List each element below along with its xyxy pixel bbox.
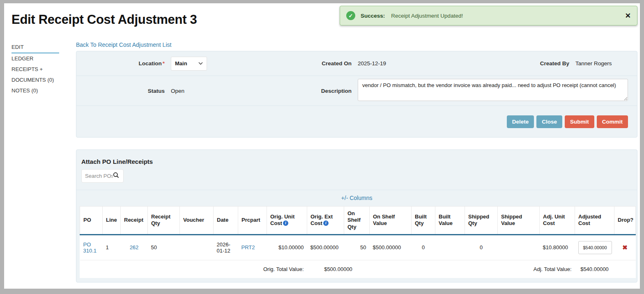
attach-po-panel: Attach PO Line/Receipts +/- Columns: [76, 149, 637, 283]
on-shelf-qty-cell: 50: [344, 234, 370, 260]
created-on-label: Created On: [300, 60, 352, 67]
col-header-shipped-value: Shipped Value: [498, 207, 540, 235]
po-receipts-table: PO Line Receipt Receipt Qty Voucher Date…: [80, 206, 636, 278]
col-header-orig-ext-cost: Orig. Ext Costi: [307, 207, 344, 235]
location-label: Location*: [76, 60, 165, 67]
po-link[interactable]: PO 310.1: [83, 241, 97, 254]
built-value-cell: [435, 234, 465, 260]
drop-cell: ✖: [614, 234, 636, 260]
voucher-cell: [180, 234, 214, 260]
info-icon[interactable]: i: [283, 220, 288, 226]
prcpart-link[interactable]: PRT2: [242, 244, 255, 250]
receipt-link[interactable]: 262: [130, 244, 139, 250]
created-on-value: 2025-12-19: [352, 60, 532, 67]
description-textarea[interactable]: vendor / PO mismatch, but the vendor inv…: [358, 79, 628, 101]
check-circle-icon: ✓: [346, 11, 355, 20]
status-label: Status: [76, 88, 165, 94]
col-header-built-qty: Built Qty: [412, 207, 435, 235]
orig-total-label: Orig. Total Value:: [214, 260, 307, 278]
col-header-po: PO: [80, 207, 103, 235]
alert-message: Receipt Adjustment Updated!: [391, 13, 463, 19]
table-row: PO 310.1 1 262 50 2026-01-12 PRT2 $10.00…: [80, 234, 636, 260]
close-button[interactable]: Close: [536, 115, 562, 128]
built-qty-cell: 0: [412, 234, 435, 260]
col-header-on-shelf-qty: On Shelf Qty: [344, 207, 370, 235]
drop-row-icon[interactable]: ✖: [622, 244, 628, 251]
commit-button[interactable]: Commit: [597, 115, 628, 128]
col-header-on-shelf-value: On Shelf Value: [370, 207, 412, 235]
line-cell: 1: [103, 234, 121, 260]
po-cell: PO 310.1: [80, 234, 103, 260]
col-header-orig-unit-cost: Orig. Unit Costi: [267, 207, 307, 235]
sidebar-item-edit[interactable]: EDIT: [12, 42, 59, 53]
sidebar-item-notes[interactable]: NOTES (0): [12, 85, 59, 96]
adj-total-label: Adj. Total Value:: [498, 260, 575, 278]
sidebar: EDIT LEDGER RECEIPTS + DOCUMENTS (0) NOT…: [12, 41, 76, 283]
info-icon[interactable]: i: [323, 220, 329, 226]
app-window: Edit Receipt Cost Adjustment 3 ✓ Success…: [4, 3, 640, 289]
shipped-qty-cell: 0: [465, 234, 498, 260]
col-header-drop: Drop?: [614, 207, 636, 235]
submit-button[interactable]: Submit: [565, 115, 594, 128]
date-cell: 2026-01-12: [214, 234, 238, 260]
adj-unit-cost-cell: $10.80000: [540, 234, 575, 260]
receipt-qty-cell: 50: [148, 234, 180, 260]
close-icon[interactable]: ✕: [625, 12, 631, 19]
col-header-prcpart: Prcpart: [238, 207, 267, 235]
receipt-cell: 262: [121, 234, 148, 260]
page-header: Edit Receipt Cost Adjustment 3 ✓ Success…: [4, 3, 640, 41]
created-by-value: Tanner Rogers: [569, 60, 612, 67]
chevron-down-icon: [198, 62, 203, 65]
col-header-date: Date: [214, 207, 238, 235]
location-select[interactable]: Main: [171, 57, 207, 71]
status-value: Open: [165, 88, 300, 94]
col-header-receipt: Receipt: [121, 207, 148, 235]
edit-form-panel: Location* Main Created On 2025-12-19 Cre…: [76, 51, 637, 138]
col-header-receipt-qty: Receipt Qty: [148, 207, 180, 235]
on-shelf-value-cell: $500.00000: [370, 234, 412, 260]
col-header-adj-unit-cost: Adj. Unit Cost: [540, 207, 575, 235]
col-header-line: Line: [103, 207, 121, 235]
col-header-shipped-qty: Shipped Qty: [465, 207, 498, 235]
prcpart-cell: PRT2: [238, 234, 267, 260]
delete-button[interactable]: Delete: [507, 115, 534, 128]
col-header-adjusted-cost: Adjusted Cost: [575, 207, 614, 235]
totals-row: Orig. Total Value: $500.00000 Adj. Total…: [80, 260, 636, 278]
col-header-built-value: Built Value: [435, 207, 465, 235]
columns-toggle-link[interactable]: +/- Columns: [341, 195, 373, 201]
adjusted-cost-cell: [575, 234, 614, 260]
adjusted-cost-input[interactable]: [578, 241, 612, 254]
adj-total-value: $540.00000: [575, 260, 614, 278]
sidebar-item-receipts[interactable]: RECEIPTS +: [12, 64, 59, 75]
attach-po-heading: Attach PO Line/Receipts: [76, 150, 637, 169]
po-search-box: [81, 169, 124, 183]
col-header-voucher: Voucher: [180, 207, 214, 235]
sidebar-item-ledger[interactable]: LEDGER: [12, 53, 59, 64]
po-search-input[interactable]: [85, 173, 113, 179]
shipped-value-cell: [498, 234, 540, 260]
alert-label: Success:: [361, 13, 385, 19]
search-icon: [113, 172, 119, 180]
back-link[interactable]: Back To Receipt Cost Adjustment List: [76, 41, 171, 48]
success-alert: ✓ Success: Receipt Adjustment Updated! ✕: [340, 6, 637, 25]
sidebar-item-documents[interactable]: DOCUMENTS (0): [12, 75, 59, 85]
orig-unit-cost-cell: $10.00000: [267, 234, 307, 260]
orig-total-value: $500.00000: [307, 260, 370, 278]
orig-ext-cost-cell: $500.00000: [307, 234, 344, 260]
location-select-value: Main: [175, 60, 187, 67]
description-label: Description: [300, 88, 352, 94]
created-by-label: Created By: [532, 60, 569, 67]
